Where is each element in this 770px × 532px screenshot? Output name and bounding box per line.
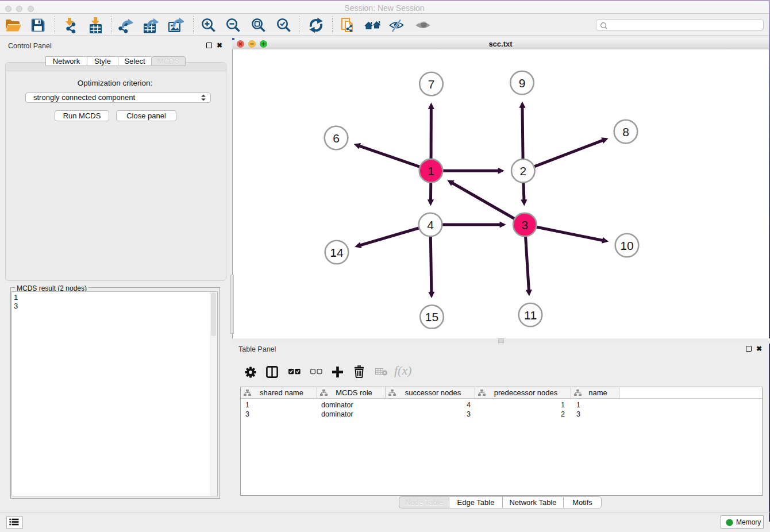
svg-text:6: 6 <box>333 132 340 145</box>
svg-text:10: 10 <box>620 239 633 252</box>
svg-text:8: 8 <box>622 125 629 138</box>
svg-text:14: 14 <box>330 246 344 259</box>
svg-text:15: 15 <box>425 310 438 323</box>
svg-text:3: 3 <box>521 218 528 232</box>
svg-text:4: 4 <box>427 218 434 232</box>
svg-text:7: 7 <box>428 78 435 91</box>
svg-text:9: 9 <box>519 76 526 90</box>
svg-text:1: 1 <box>428 164 434 178</box>
svg-text:11: 11 <box>524 309 537 322</box>
svg-text:2: 2 <box>519 164 526 178</box>
